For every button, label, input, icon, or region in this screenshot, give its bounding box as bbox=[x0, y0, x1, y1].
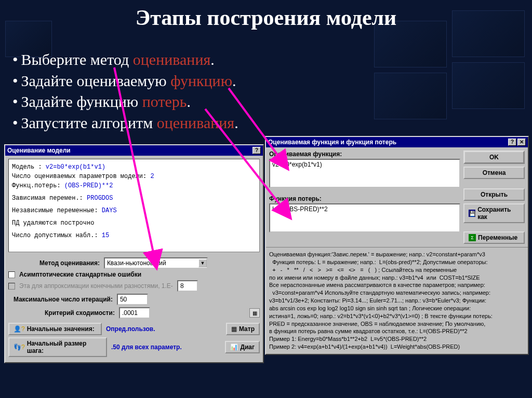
loss-function-input[interactable]: L = (OBS-PRED)**2 bbox=[269, 203, 460, 232]
checkbox-asymptotic-label: Асимптотические стандартные ошибки bbox=[19, 271, 141, 278]
help-icon[interactable]: ? bbox=[252, 147, 261, 154]
person-icon: 👤? bbox=[14, 325, 25, 333]
save-as-button[interactable]: 💾 Сохранить как bbox=[463, 203, 525, 223]
help-text: Оцениваемая функция:'Завис.перем.' = выр… bbox=[266, 247, 528, 354]
initial-values-value: Опред.пользов. bbox=[106, 325, 155, 333]
person-icon: 👣? bbox=[14, 344, 25, 351]
matrix-button[interactable]: ▦ Матр bbox=[226, 323, 260, 335]
method-value: Квази-ньютоновский bbox=[107, 259, 166, 267]
convergence-label: Критерий сходимости: bbox=[45, 309, 115, 317]
grid-icon[interactable]: ▦ bbox=[249, 308, 260, 318]
bullet-list: Выберите метод оценивания. Задайте оцени… bbox=[12, 49, 238, 133]
floppy-icon: 💾 bbox=[469, 210, 475, 217]
iterations-label: Максимальное число итераций: bbox=[14, 296, 113, 303]
method-dropdown[interactable]: Квази-ньютоновский ▼ bbox=[104, 257, 208, 269]
grid-icon: ▦ bbox=[231, 325, 237, 333]
open-button[interactable]: Открыть bbox=[463, 188, 525, 201]
checkbox-eta bbox=[8, 283, 15, 290]
chart-icon: 📊 bbox=[230, 344, 238, 351]
bullet-3: Задайте функцию потерь. bbox=[12, 91, 238, 113]
initial-values-button[interactable]: 👤? Начальные значения: bbox=[8, 323, 102, 335]
help-icon[interactable]: ? bbox=[508, 139, 516, 146]
win1-title: Оценивание модели bbox=[7, 147, 71, 154]
slide-title: Этапы построения модели bbox=[0, 5, 532, 30]
eta-value[interactable]: 8 bbox=[177, 280, 198, 292]
close-icon[interactable]: ✕ bbox=[517, 139, 526, 146]
sigma-icon: Σ bbox=[469, 234, 476, 241]
bullet-2: Задайте оцениваемую функцию. bbox=[12, 71, 238, 92]
step-size-value: .50 для всех параметр. bbox=[111, 344, 182, 351]
win1-titlebar[interactable]: Оценивание модели ? bbox=[5, 145, 263, 156]
estimated-function-input[interactable]: v2=b0*exp(b1*v1) bbox=[269, 159, 460, 188]
checkbox-eta-label: Эта для аппроксимации конечными разностя… bbox=[19, 282, 173, 290]
diagram-button[interactable]: 📊 Диаг bbox=[225, 341, 260, 353]
bullet-4: Запустите алгоритм оценивания. bbox=[12, 113, 238, 134]
bullet-1: Выберите метод оценивания. bbox=[12, 49, 238, 71]
estimated-function-label: Оцениваемая функция: bbox=[269, 150, 460, 158]
checkbox-asymptotic[interactable] bbox=[8, 271, 15, 278]
step-size-button[interactable]: 👣? Начальный размер шага: bbox=[8, 337, 107, 357]
cancel-button[interactable]: Отмена bbox=[463, 167, 525, 179]
win2-title: Оцениваемая функция и функция потерь bbox=[268, 139, 396, 146]
loss-function-label: Функция потерь: bbox=[269, 195, 460, 202]
convergence-input[interactable]: .0001 bbox=[119, 307, 150, 319]
iterations-input[interactable]: 50 bbox=[117, 294, 148, 305]
ok-button[interactable]: OK bbox=[463, 150, 525, 164]
variables-button[interactable]: Σ Переменные bbox=[463, 231, 525, 244]
win2-titlebar[interactable]: Оцениваемая функция и функция потерь ? ✕ bbox=[266, 137, 528, 147]
model-info-panel: Модель : v2=b0*exp(b1*v1) Число оценивае… bbox=[8, 159, 260, 252]
method-label: Метод оценивания: bbox=[39, 259, 100, 267]
chevron-down-icon: ▼ bbox=[198, 259, 207, 267]
